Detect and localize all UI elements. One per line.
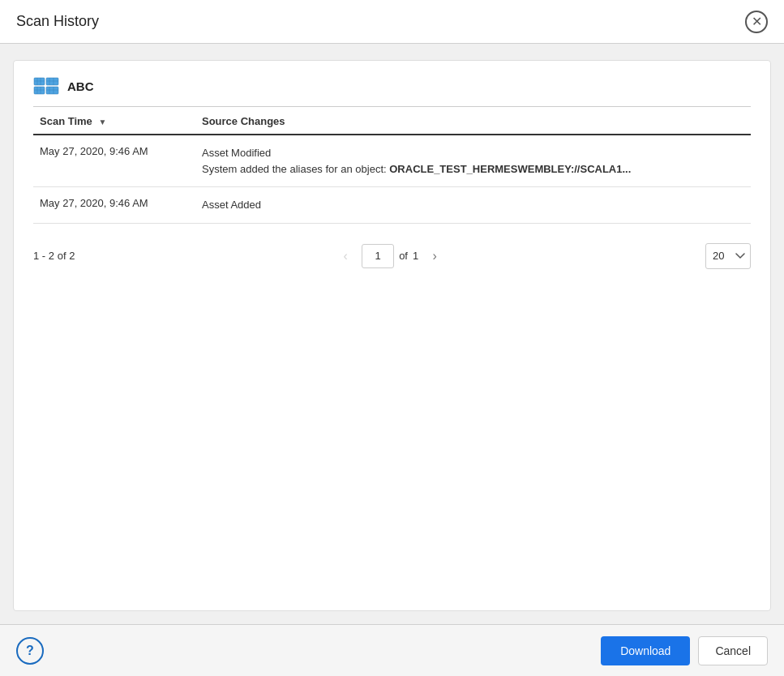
source-changes-detail: System added the aliases for an object: …: [202, 161, 744, 178]
download-button[interactable]: Download: [601, 636, 690, 665]
table-header-row: Scan Time ▼ Source Changes: [33, 107, 751, 135]
content-panel: ABC Scan Time ▼ Source Changes: [13, 60, 771, 611]
svg-rect-2: [34, 87, 45, 94]
total-pages: 1: [413, 250, 418, 262]
footer-actions: Download Cancel: [601, 636, 768, 665]
close-icon: ✕: [752, 15, 762, 28]
column-header-scan-time[interactable]: Scan Time ▼: [33, 107, 195, 135]
source-changes-cell: Asset Added: [195, 187, 751, 224]
prev-page-button[interactable]: ‹: [334, 245, 357, 267]
cancel-button[interactable]: Cancel: [698, 636, 768, 665]
asset-header: ABC: [33, 77, 751, 107]
asset-icon: [33, 77, 59, 95]
svg-rect-0: [34, 78, 45, 85]
help-icon: ?: [26, 644, 34, 658]
per-page-select[interactable]: 10 20 50 100: [705, 243, 751, 269]
dialog-body: ABC Scan Time ▼ Source Changes: [0, 44, 784, 624]
svg-rect-1: [46, 78, 58, 85]
scan-time-cell: May 27, 2020, 9:46 AM: [33, 135, 195, 187]
scan-history-table: Scan Time ▼ Source Changes May 27, 2020,…: [33, 107, 751, 224]
source-changes-cell: Asset Modified System added the aliases …: [195, 135, 751, 187]
asset-name: ABC: [67, 79, 94, 93]
table-row: May 27, 2020, 9:46 AM Asset Modified Sys…: [33, 135, 751, 187]
dialog-title: Scan History: [16, 13, 99, 30]
column-header-source-changes: Source Changes: [195, 107, 751, 135]
help-button[interactable]: ?: [16, 637, 44, 665]
grid-icon: [33, 77, 59, 95]
record-count: 1 - 2 of 2: [33, 250, 75, 262]
chevron-left-icon: ‹: [343, 249, 347, 263]
scan-history-dialog: Scan History ✕: [0, 0, 784, 676]
scan-time-cell: May 27, 2020, 9:46 AM: [33, 187, 195, 224]
svg-rect-3: [46, 87, 58, 94]
table-row: May 27, 2020, 9:46 AM Asset Added: [33, 187, 751, 224]
sort-icon: ▼: [98, 118, 106, 126]
pagination-bar: 1 - 2 of 2 ‹ of 1 ›: [33, 230, 751, 269]
dialog-header: Scan History ✕: [0, 0, 784, 44]
dialog-footer: ? Download Cancel: [0, 624, 784, 676]
page-controls: ‹ of 1 ›: [334, 244, 446, 268]
page-number-input[interactable]: [362, 244, 394, 268]
page-of-label: of: [399, 250, 408, 262]
chevron-right-icon: ›: [433, 249, 437, 263]
next-page-button[interactable]: ›: [423, 245, 446, 267]
close-button[interactable]: ✕: [745, 11, 768, 33]
